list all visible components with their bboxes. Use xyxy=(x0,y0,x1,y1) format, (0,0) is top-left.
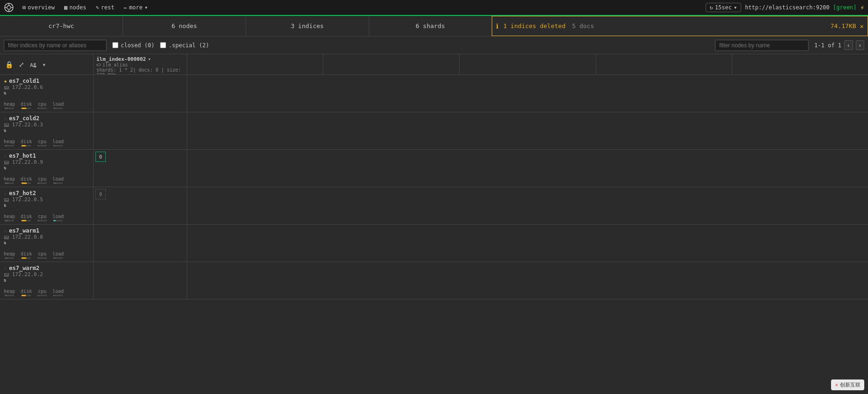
master-star-icon-1: ☆ xyxy=(4,115,7,122)
index-cell-2-0: 0 xyxy=(94,150,187,187)
node-icons-5: ⇅ xyxy=(4,277,89,283)
next-page-button[interactable]: › xyxy=(856,40,864,50)
cluster-name: cr7-hwc xyxy=(49,22,74,29)
node-info-5: ☆ es7_warm2 🖴 172.22.0.2 ⇅ heap disk cpu xyxy=(0,262,94,299)
node-name-5: ☆ es7_warm2 xyxy=(4,265,89,271)
nodes-count: 6 nodes xyxy=(171,22,197,29)
warning-box: ℹ 1 indices deleted 5 docs 74.17KB ✕ xyxy=(492,16,868,36)
index-filter-input[interactable] xyxy=(4,40,107,51)
node-info-0: ★ es7_cold1 🖴 172.22.0.6 ⇅ heap xyxy=(0,75,94,112)
hdd-icon-1: 🖴 xyxy=(4,122,9,128)
node-row-0: ★ es7_cold1 🖴 172.22.0.6 ⇅ heap xyxy=(0,75,868,112)
index-cell-5-1 xyxy=(187,262,868,299)
node-row-2: ☆ es7_hot1 🖴 172.22.0.9 ⇅ heap disk cpu xyxy=(0,150,868,187)
docs-text: 5 docs xyxy=(572,22,594,29)
special-checkbox[interactable] xyxy=(160,42,166,48)
app-logo[interactable] xyxy=(4,2,14,13)
watermark: ✕ 创新互联 xyxy=(831,379,864,390)
more-icon: ✏ xyxy=(124,4,127,11)
nav-nodes[interactable]: ▦ nodes xyxy=(60,2,90,13)
hdd-icon-3: 🖴 xyxy=(4,197,9,203)
index-col-header-empty-2 xyxy=(323,54,460,74)
svg-point-1 xyxy=(7,6,11,9)
index-dropdown-button-0[interactable]: ▾ xyxy=(148,56,151,62)
stats-bar: cr7-hwc 6 nodes 3 indices 6 shards ℹ 1 i… xyxy=(0,16,868,36)
indices-count-box: 3 indices xyxy=(246,16,369,36)
nav-more[interactable]: ✏ more ▾ xyxy=(120,2,152,13)
index-cell-3-1 xyxy=(187,187,868,224)
node-row-4: ☆ es7_warm1 🖴 172.22.0.8 ⇅ heap disk cpu xyxy=(0,225,868,262)
refresh-interval: 15sec xyxy=(715,4,732,11)
nav-nodes-label: nodes xyxy=(69,4,86,11)
node-row-1: ☆ es7_cold2 🖴 172.22.0.3 ⇅ heap disk cpu xyxy=(0,112,868,150)
size-text: 74.17KB xyxy=(831,22,856,29)
index-cells-5 xyxy=(94,262,868,299)
shard-badge-replica-0[interactable]: 0 xyxy=(95,189,106,199)
shards-count: 6 shards xyxy=(416,22,445,29)
closed-checkbox[interactable] xyxy=(112,42,118,48)
metric-disk-0: disk xyxy=(21,102,32,109)
alert-icon[interactable]: ⚡ xyxy=(861,4,864,11)
refresh-control[interactable]: ↻ 15sec ▾ xyxy=(706,3,742,12)
hdd-icon-4: 🖴 xyxy=(4,234,9,240)
node-filter-input[interactable] xyxy=(715,40,809,51)
special-checkbox-label[interactable]: .special (2) xyxy=(160,42,209,49)
cluster-url: http://elasticsearch:9200 [green] xyxy=(745,4,856,11)
nav-rest[interactable]: ✎ rest xyxy=(92,2,118,13)
master-star-icon-2: ☆ xyxy=(4,153,7,159)
master-star-icon-3: ☆ xyxy=(4,190,7,197)
nav-overview[interactable]: ⊞ overview xyxy=(19,2,58,13)
index-alias-0: 🏷 ilm_alias xyxy=(96,62,184,67)
index-cell-2-1 xyxy=(187,150,868,187)
hdd-icon-5: 🖴 xyxy=(4,271,9,277)
closed-label: closed (0) xyxy=(121,42,154,49)
index-col-header-empty-1 xyxy=(187,54,323,74)
closed-checkbox-label[interactable]: closed (0) xyxy=(112,42,154,49)
master-star-icon-5: ☆ xyxy=(4,265,7,271)
shard-badge-primary-0[interactable]: 0 xyxy=(95,152,106,162)
sort-button[interactable]: A Z xyxy=(29,59,38,70)
refresh-dropdown-icon: ▾ xyxy=(734,4,737,11)
rest-icon: ✎ xyxy=(95,4,99,11)
prev-page-button[interactable]: ‹ xyxy=(844,40,853,50)
col-header-left: 🔒 ⤢ A Z ▾ xyxy=(0,54,94,74)
master-star-icon-0: ★ xyxy=(4,78,7,84)
node-metrics-0: heap disk cpu load xyxy=(4,101,89,109)
sort-dropdown-button[interactable]: ▾ xyxy=(41,59,47,70)
warning-close-button[interactable]: ✕ xyxy=(860,22,864,30)
node-metrics-3: heap disk cpu load xyxy=(4,213,89,221)
node-info-1: ☆ es7_cold2 🖴 172.22.0.3 ⇅ heap disk cpu xyxy=(0,112,94,149)
node-name-2: ☆ es7_hot1 xyxy=(4,153,89,159)
overview-icon: ⊞ xyxy=(22,4,26,11)
alias-tag-icon: 🏷 xyxy=(96,62,101,67)
index-cell-0-0 xyxy=(94,75,187,112)
node-icons-0: ⇅ xyxy=(4,90,89,95)
node-name-4: ☆ es7_warm1 xyxy=(4,227,89,234)
filter-bar: closed (0) .special (2) 1-1 of 1 ‹ › xyxy=(0,36,868,54)
index-cells-3: 0 xyxy=(94,187,868,224)
nodes-count-box: 6 nodes xyxy=(123,16,246,36)
expand-toggle-button[interactable]: ⤢ xyxy=(17,59,26,70)
pagination: 1-1 of 1 ‹ › xyxy=(814,40,864,50)
node-row-5: ☆ es7_warm2 🖴 172.22.0.2 ⇅ heap disk cpu xyxy=(0,262,868,299)
index-cells-2: 0 xyxy=(94,150,868,187)
index-cells-4 xyxy=(94,225,868,262)
nav-rest-label: rest xyxy=(101,4,115,11)
pagination-text: 1-1 of 1 xyxy=(814,42,841,49)
node-metrics-4: heap disk cpu load xyxy=(4,250,89,259)
nodes-icon: ▦ xyxy=(64,4,67,11)
index-cell-4-0 xyxy=(94,225,187,262)
nav-overview-label: overview xyxy=(28,4,55,11)
more-dropdown-icon: ▾ xyxy=(145,4,148,11)
indices-count: 3 indices xyxy=(291,22,323,29)
transfer-icon-3: ⇅ xyxy=(4,203,7,208)
node-info-3: ☆ es7_hot2 🖴 172.22.0.5 ⇅ heap disk cpu xyxy=(0,187,94,224)
lock-toggle-button[interactable]: 🔒 xyxy=(4,59,15,70)
node-metrics-1: heap disk cpu load xyxy=(4,138,89,146)
navbar: ⊞ overview ▦ nodes ✎ rest ✏ more ▾ ↻ 15s… xyxy=(0,0,868,16)
transfer-icon-2: ⇅ xyxy=(4,165,7,170)
cluster-name-box: cr7-hwc xyxy=(0,16,123,36)
index-col-header-empty-5 xyxy=(732,54,868,74)
special-label: .special (2) xyxy=(168,42,209,49)
index-col-header-empty-3 xyxy=(460,54,596,74)
